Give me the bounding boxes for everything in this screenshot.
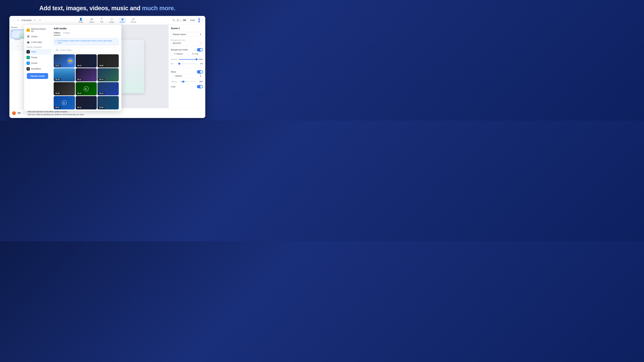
tool-avatar[interactable]: 👤 Avatar xyxy=(77,17,85,24)
invite-button[interactable]: Invite xyxy=(188,18,197,22)
tool-shape-label: Shape xyxy=(109,21,114,23)
video-thumb-7[interactable]: 00:08 xyxy=(54,82,75,95)
library-icon: 📚 xyxy=(26,35,30,38)
transcript-avatar xyxy=(12,111,16,115)
tool-record-label: Record xyxy=(131,21,136,23)
transcript-lang-badge: EN xyxy=(17,112,21,114)
replace-layout-select[interactable]: Replace layout ▾ xyxy=(171,32,203,37)
duration-1: 00:07 xyxy=(54,64,60,67)
notes-button[interactable]: 📋 xyxy=(176,18,179,23)
blur-slider-thumb[interactable] xyxy=(178,63,180,65)
music-track[interactable]: ♪ Upward ▾ xyxy=(171,73,203,78)
chevron-down-icon-2: ▾ xyxy=(200,75,201,77)
bg-more-button[interactable]: ••• xyxy=(194,49,196,51)
duration-8: 00:20 xyxy=(76,92,82,94)
music-section: Music ♪ Upward ▾ xyxy=(171,70,203,78)
media-icon: ▣ xyxy=(121,17,124,21)
video-thumb-12[interactable]: 00:09 xyxy=(98,96,119,109)
replace-button[interactable]: ⟳ Replace xyxy=(171,51,186,56)
opacity-label: Opacity xyxy=(171,58,178,60)
tool-shape[interactable]: ◻ Shape xyxy=(108,17,116,24)
sidebar-item-getty[interactable]: G Getty xyxy=(24,49,51,55)
add-scene-button[interactable]: + xyxy=(11,42,25,50)
eyedropper-icon: ✦ xyxy=(200,42,201,44)
volume-section: Volume 18% xyxy=(171,81,203,83)
tool-space-label: Space xyxy=(90,21,94,23)
loop-toggle[interactable] xyxy=(197,85,203,88)
search-button[interactable]: 🔍 xyxy=(172,18,175,23)
transcript-info-icon[interactable]: ⓘ xyxy=(22,112,24,114)
in-this-video-icon: 🎬 xyxy=(26,40,30,44)
scene-thumb-content: 🏢 xyxy=(11,30,24,38)
scene-1-thumb[interactable]: 🏢 xyxy=(11,30,25,38)
tab-images[interactable]: Images xyxy=(63,31,70,35)
video-thumb-1[interactable]: 🤝 00:07 xyxy=(54,54,75,67)
search-input[interactable] xyxy=(60,49,116,51)
more-button[interactable]: ⋮ xyxy=(201,18,203,23)
add-media-title: Add media xyxy=(54,27,119,30)
video-thumb-11[interactable]: 00:12 xyxy=(76,96,97,109)
loop-section: Loop xyxy=(171,85,203,88)
blur-label: Blur xyxy=(171,63,178,65)
scene-1-label: SCENE 1 xyxy=(11,39,25,40)
tab-videos[interactable]: Videos xyxy=(54,31,60,35)
bg-color-label: Background color xyxy=(171,39,203,41)
bg-media-toggle[interactable] xyxy=(197,48,203,51)
music-note-icon: ♪ xyxy=(173,75,174,77)
pexels-icon: P xyxy=(26,56,30,59)
sidebar-item-in-this-video[interactable]: 🎬 In this video xyxy=(24,39,51,45)
info-banner-text: Full resolution assets with no watermark… xyxy=(57,40,117,44)
volume-slider-thumb[interactable] xyxy=(182,81,184,83)
video-thumb-3[interactable]: 00:08 xyxy=(98,54,119,67)
loop-label: Loop xyxy=(171,85,176,88)
bg-color-box[interactable]: #FFFFFF ✦ xyxy=(171,41,203,46)
tool-text[interactable]: T Text xyxy=(99,17,104,23)
toolbar-left: ‹ ≡ Onboardin ↩ ↪ xyxy=(12,18,42,23)
volume-slider-row: Volume 18% xyxy=(171,81,203,83)
hero-text-prefix: Add text, images, videos, music and xyxy=(39,5,142,11)
crop-button[interactable]: ⊡ Crop xyxy=(188,51,203,56)
sidebar-item-pexels[interactable]: P Pexels xyxy=(24,55,51,60)
color-swatch[interactable] xyxy=(180,18,181,22)
video-thumb-5[interactable]: 00:11 xyxy=(76,68,97,81)
back-button[interactable]: ‹ xyxy=(12,18,15,23)
volume-slider-bar[interactable] xyxy=(180,81,196,82)
duration-7: 00:08 xyxy=(54,92,60,94)
video-thumb-9[interactable]: 00:19 xyxy=(98,82,119,95)
menu-button[interactable]: ≡ xyxy=(16,18,20,23)
sidebar-item-library[interactable]: 📚 Library xyxy=(24,34,51,39)
video-thumb-10[interactable]: ▶ 00:20 xyxy=(54,96,75,109)
in-this-video-label: In this video xyxy=(31,41,42,43)
opacity-section: Opacity 100% xyxy=(171,58,203,60)
text-icon: T xyxy=(101,17,102,21)
tool-media[interactable]: ▣ Media xyxy=(119,17,126,24)
opacity-slider-thumb[interactable] xyxy=(196,58,198,60)
music-label: Music xyxy=(171,71,176,73)
tool-space[interactable]: ⊞ Space xyxy=(88,17,96,24)
bg-media-row: Background media ••• xyxy=(171,48,203,51)
undo-button[interactable]: ↩ xyxy=(33,18,36,23)
play-button[interactable]: ▶ xyxy=(198,18,200,23)
transcript-expand-icon[interactable]: › xyxy=(26,112,26,114)
music-toggle[interactable] xyxy=(197,70,203,73)
blur-section: Blur 0% xyxy=(171,63,203,65)
brandfetch-icon: B xyxy=(26,67,30,70)
tool-record[interactable]: ⊡ Record xyxy=(130,17,138,24)
crop-btn-label: Crop xyxy=(194,53,198,55)
upload-media-button[interactable]: Upload media xyxy=(27,73,48,79)
media-sidebar: 🏷 Newmont Brand Kit 📚 Library 🎬 In this … xyxy=(24,25,51,111)
video-thumb-2[interactable]: 00:19 xyxy=(76,54,97,67)
opacity-slider-bar[interactable] xyxy=(179,59,196,60)
video-thumb-4[interactable]: 00:39 xyxy=(54,68,75,81)
project-name: Onboardin xyxy=(22,19,32,21)
redo-button[interactable]: ↪ xyxy=(38,18,42,23)
video-thumb-8[interactable]: ▶ 00:20 xyxy=(76,82,97,95)
sidebar-item-icons8[interactable]: I Icons8 xyxy=(24,60,51,66)
opacity-slider-fill xyxy=(179,59,196,60)
sidebar-item-brandfetch[interactable]: B Brandfetch xyxy=(24,66,51,72)
sidebar-item-brand-kit[interactable]: 🏷 Newmont Brand Kit xyxy=(24,27,51,34)
blur-slider-bar[interactable] xyxy=(179,63,196,64)
video-thumb-6[interactable]: 00:14 xyxy=(98,68,119,81)
blur-unit: % xyxy=(201,63,203,65)
blur-value: 0% xyxy=(198,63,203,65)
